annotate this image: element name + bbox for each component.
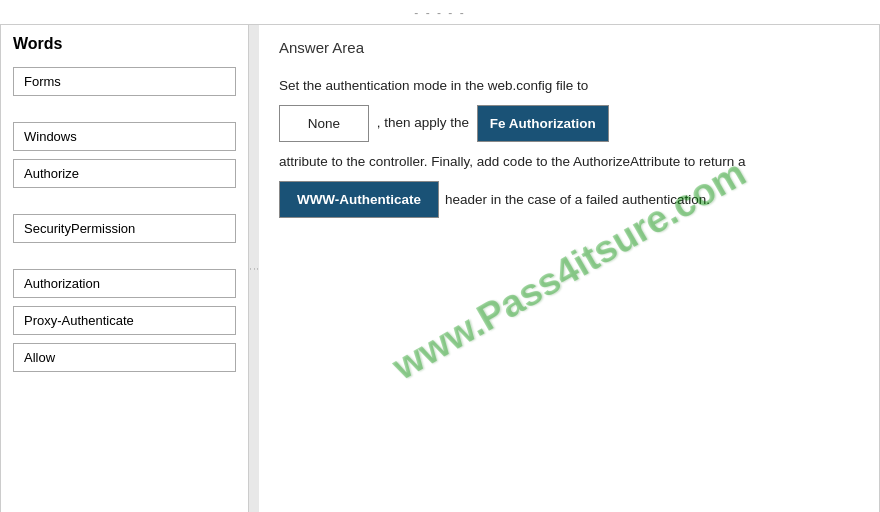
word-item-authorization[interactable]: Authorization [13, 269, 236, 298]
line3-text: header in the case of a failed authentic… [445, 186, 710, 213]
word-item-forms[interactable]: Forms [13, 67, 236, 96]
drop-box-none[interactable]: None [279, 105, 369, 142]
intro-text: Set the authentication mode in the web.c… [279, 78, 588, 93]
answer-area-title: Answer Area [279, 39, 859, 56]
between1-text: , then apply the [377, 115, 469, 130]
answer-line3: WWW-Authenticate header in the case of a… [279, 181, 859, 218]
drop-box-feauthorization[interactable]: Fe Authorization [477, 105, 609, 142]
word-item-authorize[interactable]: Authorize [13, 159, 236, 188]
line2-text-wrap: attribute to the controller. Finally, ad… [279, 148, 859, 175]
answer-panel: www.Pass4itsure.com Answer Area Set the … [259, 25, 879, 512]
main-container: Words Forms Windows Authorize SecurityPe… [0, 24, 880, 512]
words-panel: Words Forms Windows Authorize SecurityPe… [1, 25, 249, 512]
words-title: Words [13, 35, 236, 53]
top-dots: - - - - - [0, 0, 880, 24]
word-item-allow[interactable]: Allow [13, 343, 236, 372]
answer-line2: None , then apply the Fe Authorization [279, 105, 859, 142]
word-item-securitypermission[interactable]: SecurityPermission [13, 214, 236, 243]
word-item-proxy-authenticate[interactable]: Proxy-Authenticate [13, 306, 236, 335]
drop-box-www-authenticate[interactable]: WWW-Authenticate [279, 181, 439, 218]
word-item-windows[interactable]: Windows [13, 122, 236, 151]
drag-handle[interactable]: ⋮ [249, 25, 259, 512]
answer-body: Set the authentication mode in the web.c… [279, 72, 859, 218]
line2-text: attribute to the controller. Finally, ad… [279, 154, 746, 169]
answer-line1: Set the authentication mode in the web.c… [279, 72, 859, 99]
